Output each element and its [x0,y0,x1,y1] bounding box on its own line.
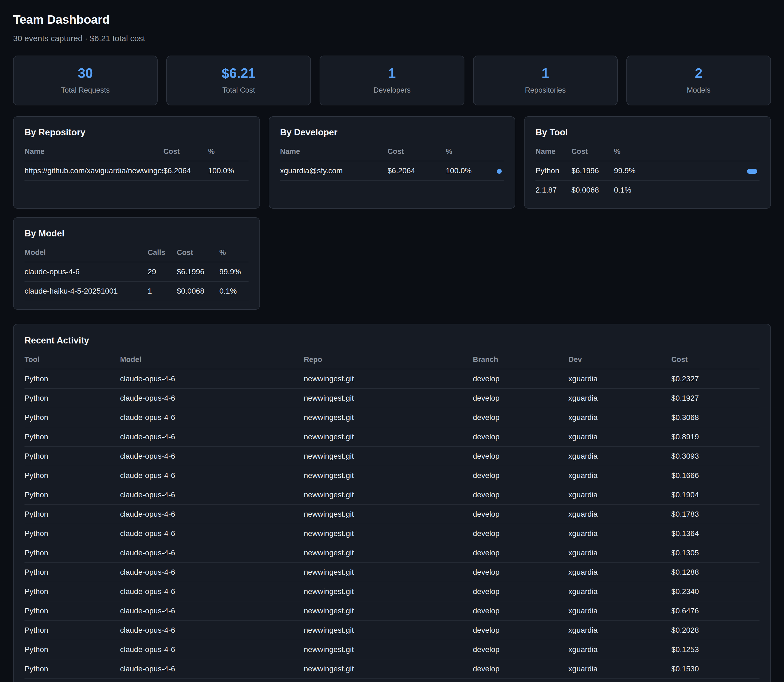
model-cell: claude-opus-4-6 [120,466,304,485]
tool-cell: Python [24,389,120,408]
repo-cell: newwingest.git [304,679,473,682]
repo-cell: newwingest.git [304,524,473,543]
stat-value: $6.21 [222,67,256,80]
stat-card: 30 Total Requests [13,56,157,105]
repo-name-cell: https://github.com/xaviguardia/newwinges… [24,161,163,180]
cost-cell: $6.1996 [177,262,219,282]
cost-cell: $0.2028 [671,621,760,640]
stat-value: 2 [695,67,702,80]
repo-cell: newwingest.git [304,485,473,505]
column-header-pct: % [208,140,248,161]
activity-row: Python claude-opus-4-6 newwingest.git de… [24,485,760,505]
tool-cell: Python [24,660,120,679]
by-model-title: By Model [24,228,248,239]
cost-cell: $0.3068 [671,408,760,427]
dev-cell: xguardia [568,369,671,389]
dev-cell: xguardia [568,582,671,601]
by-tool-panel: By Tool Name Cost % Python $6.1996 [524,116,771,209]
model-cell: claude-opus-4-6 [120,485,304,505]
cost-cell: $0.1783 [671,505,760,524]
percent-bar-indicator [747,169,757,174]
by-model-panel: By Model Model Calls Cost % claude-opus-… [13,217,260,310]
column-header-cost: Cost [163,140,208,161]
stat-label: Total Cost [223,86,255,94]
table-header-row: Name Cost % [280,140,504,161]
cost-cell: $0.8919 [671,427,760,447]
activity-row: Python claude-opus-4-6 newwingest.git de… [24,389,760,408]
repo-cell: newwingest.git [304,563,473,582]
activity-row: Python claude-opus-4-6 newwingest.git de… [24,640,760,660]
cost-cell: $0.0945 [671,679,760,682]
column-header-cost: Cost [177,241,219,262]
repo-cell: newwingest.git [304,505,473,524]
cost-cell: $0.1305 [671,543,760,563]
cost-cell: $6.2064 [388,161,446,180]
pct-cell: 99.9% [614,161,724,180]
cost-cell: $0.2340 [671,582,760,601]
model-cell: claude-opus-4-6 [120,524,304,543]
repo-cell: newwingest.git [304,408,473,427]
calls-cell: 1 [148,282,177,301]
column-header-repo: Repo [304,348,473,369]
column-header-pct: % [445,140,488,161]
activity-row: Python claude-opus-4-6 newwingest.git de… [24,466,760,485]
cost-cell: $0.1253 [671,640,760,660]
stat-value: 1 [388,67,396,80]
model-cell: claude-opus-4-6 [120,408,304,427]
table-header-row: Name Cost % [24,140,248,161]
table-row: claude-opus-4-6 29 $6.1996 99.9% [24,262,248,282]
model-cell: claude-opus-4-6 [120,660,304,679]
repo-cell: newwingest.git [304,447,473,466]
repo-cell: newwingest.git [304,660,473,679]
tool-cell: Python [24,369,120,389]
by-model-table: Model Calls Cost % claude-opus-4-6 29 $6… [24,241,248,301]
column-header-model: Model [24,241,148,262]
dev-cell: xguardia [568,447,671,466]
branch-cell: develop [473,389,568,408]
column-header-pct: % [614,140,724,161]
tool-cell: Python [24,679,120,682]
recent-activity-table: Tool Model Repo Branch Dev Cost Python c… [24,348,760,682]
activity-row: Python claude-opus-4-6 newwingest.git de… [24,660,760,679]
model-cell: claude-opus-4-6 [120,427,304,447]
table-row: claude-haiku-4-5-20251001 1 $0.0068 0.1% [24,282,248,301]
dev-cell: xguardia [568,660,671,679]
branch-cell: develop [473,466,568,485]
model-cell: claude-opus-4-6 [120,601,304,621]
branch-cell: develop [473,447,568,466]
activity-row: Python claude-opus-4-6 newwingest.git de… [24,679,760,682]
repo-cell: newwingest.git [304,466,473,485]
branch-cell: develop [473,427,568,447]
recent-activity-panel: Recent Activity Tool Model Repo Branch D… [13,324,771,682]
model-cell: claude-opus-4-6 [120,543,304,563]
stats-row: 30 Total Requests $6.21 Total Cost 1 Dev… [13,56,771,105]
stat-card: 1 Repositories [473,56,618,105]
stat-label: Total Requests [61,86,110,94]
stat-value: 1 [541,67,549,80]
column-header-cost: Cost [388,140,446,161]
model-cell: claude-opus-4-6 [120,563,304,582]
by-repository-title: By Repository [24,127,248,137]
column-header-calls: Calls [148,241,177,262]
column-header-dev: Dev [568,348,671,369]
tool-name-cell: Python [536,161,571,180]
column-header-name: Name [280,140,388,161]
stat-card: 2 Models [627,56,771,105]
tool-cell: Python [24,447,120,466]
pct-cell: 100.0% [445,161,488,180]
pct-cell: 100.0% [208,161,248,180]
pct-bar-cell [488,161,504,180]
tool-cell: Python [24,408,120,427]
branch-cell: develop [473,408,568,427]
tool-name-cell: 2.1.87 [536,180,571,200]
dev-cell: xguardia [568,640,671,660]
dev-cell: xguardia [568,466,671,485]
dev-cell: xguardia [568,601,671,621]
stat-value: 30 [78,67,93,80]
stat-card: 1 Developers [320,56,464,105]
by-repository-panel: By Repository Name Cost % https://github… [13,116,260,209]
activity-row: Python claude-opus-4-6 newwingest.git de… [24,563,760,582]
cost-cell: $0.6476 [671,601,760,621]
pct-cell: 0.1% [219,282,248,301]
tool-cell: Python [24,524,120,543]
